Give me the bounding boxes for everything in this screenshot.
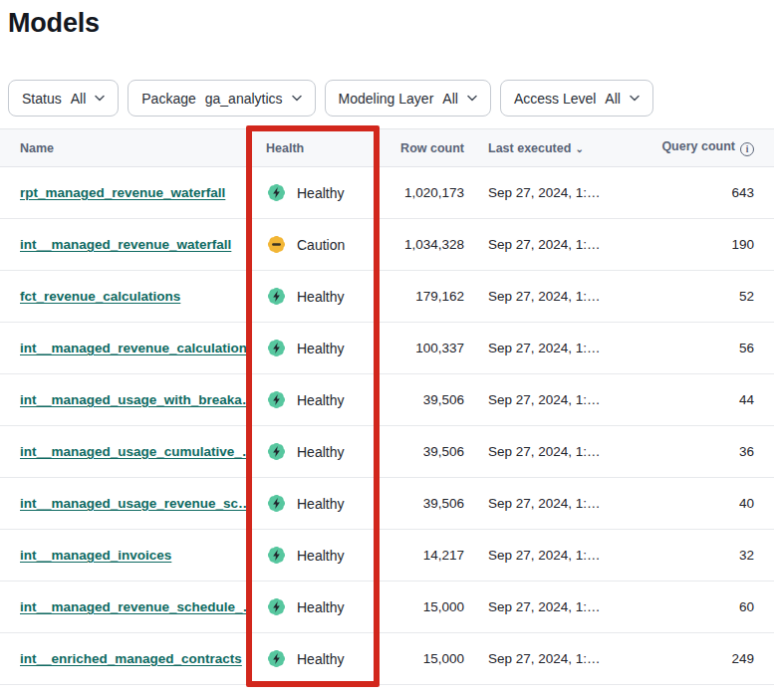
- access-level-filter[interactable]: Access Level All: [500, 80, 653, 117]
- package-filter[interactable]: Package ga_analytics: [128, 80, 315, 117]
- package-filter-value: ga_analytics: [205, 91, 283, 107]
- health-badge-icon: [266, 545, 287, 566]
- model-name-link[interactable]: int__managed_revenue_schedule_…: [20, 599, 247, 614]
- last-executed-header-label: Last executed: [488, 141, 571, 155]
- access-level-filter-value: All: [605, 91, 621, 107]
- table-body: rpt_managed_revenue_waterfall Healthy 1,…: [0, 167, 774, 685]
- model-name-link[interactable]: int__enriched_managed_contracts: [20, 651, 242, 666]
- query-count-cell: 32: [638, 530, 774, 582]
- last-executed-cell: Sep 27, 2024, 1:…: [464, 478, 638, 530]
- table-row: int__managed_usage_revenue_sc… Healthy 3…: [0, 478, 774, 530]
- modeling-layer-filter[interactable]: Modeling Layer All: [325, 80, 491, 117]
- table-row: rpt_managed_revenue_waterfall Healthy 1,…: [0, 167, 774, 219]
- health-status: Healthy: [266, 338, 380, 358]
- health-label: Healthy: [297, 496, 344, 512]
- row-count-cell: 15,000: [380, 633, 464, 685]
- row-count-cell: 39,506: [380, 374, 464, 426]
- health-badge-icon: [266, 648, 287, 669]
- health-badge-icon: [266, 234, 287, 255]
- row-count-cell: 1,020,173: [380, 167, 464, 219]
- last-executed-cell: Sep 27, 2024, 1:…: [464, 582, 638, 633]
- health-label: Healthy: [297, 548, 344, 564]
- health-badge-icon: [266, 493, 287, 514]
- column-header-health: Health: [247, 129, 380, 167]
- status-filter[interactable]: Status All: [8, 80, 119, 117]
- model-name-link[interactable]: int__managed_invoices: [20, 548, 171, 563]
- last-executed-cell: Sep 27, 2024, 1:…: [464, 633, 638, 685]
- table-row: int__managed_usage_with_breaka… Healthy …: [0, 374, 774, 426]
- package-filter-label: Package: [141, 91, 195, 107]
- query-count-cell: 36: [638, 426, 774, 478]
- health-badge-icon: [266, 286, 287, 307]
- health-status: Healthy: [266, 286, 380, 307]
- query-count-cell: 60: [638, 582, 774, 633]
- table-row: int__enriched_managed_contracts Healthy …: [0, 633, 774, 685]
- access-level-filter-label: Access Level: [514, 91, 596, 107]
- models-table-wrap: Name Health Row count Last executed⌄ Que…: [0, 128, 774, 685]
- column-header-row-count: Row count: [380, 129, 464, 167]
- health-status: Healthy: [266, 441, 380, 462]
- info-icon[interactable]: i: [740, 142, 754, 156]
- health-label: Healthy: [297, 651, 344, 667]
- last-executed-cell: Sep 27, 2024, 1:…: [464, 323, 638, 374]
- row-count-cell: 14,217: [380, 530, 464, 582]
- column-header-name: Name: [0, 129, 247, 167]
- chevron-down-icon: [292, 95, 302, 102]
- model-name-link[interactable]: int__managed_usage_revenue_sc…: [20, 496, 247, 511]
- health-badge-icon: [266, 389, 287, 410]
- health-status: Caution: [266, 234, 380, 255]
- health-status: Healthy: [266, 493, 380, 514]
- model-name-link[interactable]: int__managed_revenue_calculations: [20, 341, 247, 355]
- row-count-cell: 15,000: [380, 582, 464, 633]
- table-row: fct_revenue_calculations Healthy 179,162…: [0, 271, 774, 323]
- models-table: Name Health Row count Last executed⌄ Que…: [0, 128, 774, 685]
- health-status: Healthy: [266, 596, 380, 617]
- table-row: int__managed_revenue_schedule_… Healthy …: [0, 582, 774, 633]
- modeling-layer-filter-value: All: [442, 91, 458, 107]
- column-header-last-executed[interactable]: Last executed⌄: [464, 129, 638, 167]
- last-executed-cell: Sep 27, 2024, 1:…: [464, 219, 638, 271]
- last-executed-cell: Sep 27, 2024, 1:…: [464, 426, 638, 478]
- model-name-link[interactable]: rpt_managed_revenue_waterfall: [20, 185, 225, 200]
- health-label: Healthy: [297, 289, 344, 305]
- model-name-link[interactable]: int__managed_usage_cumulative_…: [20, 444, 247, 459]
- chevron-down-icon: [95, 95, 105, 102]
- table-row: int__managed_invoices Healthy 14,217 Sep…: [0, 530, 774, 582]
- query-count-cell: 40: [638, 478, 774, 530]
- row-count-cell: 39,506: [380, 426, 464, 478]
- page-title: Models: [0, 0, 774, 39]
- health-label: Healthy: [297, 341, 344, 356]
- health-label: Healthy: [297, 392, 344, 408]
- query-count-cell: 249: [638, 633, 774, 685]
- models-page: Models Status All Package ga_analytics M…: [0, 0, 774, 700]
- health-badge-icon: [266, 441, 287, 462]
- health-status: Healthy: [266, 389, 380, 410]
- model-name-link[interactable]: fct_revenue_calculations: [20, 289, 180, 304]
- health-badge-icon: [266, 596, 287, 617]
- health-label: Healthy: [297, 444, 344, 460]
- query-count-cell: 44: [638, 374, 774, 426]
- model-name-link[interactable]: int__managed_usage_with_breaka…: [20, 392, 247, 407]
- health-label: Caution: [297, 237, 345, 253]
- chevron-down-icon: [467, 95, 477, 102]
- health-label: Healthy: [297, 599, 344, 615]
- column-header-query-count: Query counti: [638, 129, 774, 167]
- health-label: Healthy: [297, 185, 344, 201]
- row-count-cell: 100,337: [380, 323, 464, 374]
- filter-bar: Status All Package ga_analytics Modeling…: [8, 80, 774, 117]
- table-row: int__managed_revenue_waterfall Caution 1…: [0, 219, 774, 271]
- query-count-header-label: Query count: [661, 139, 735, 153]
- query-count-cell: 643: [638, 167, 774, 219]
- last-executed-cell: Sep 27, 2024, 1:…: [464, 374, 638, 426]
- last-executed-cell: Sep 27, 2024, 1:…: [464, 167, 638, 219]
- query-count-cell: 56: [638, 323, 774, 374]
- query-count-cell: 190: [638, 219, 774, 271]
- status-filter-value: All: [71, 91, 87, 107]
- query-count-cell: 52: [638, 271, 774, 323]
- model-name-link[interactable]: int__managed_revenue_waterfall: [20, 237, 231, 252]
- table-row: int__managed_usage_cumulative_… Healthy …: [0, 426, 774, 478]
- health-status: Healthy: [266, 648, 380, 669]
- health-status: Healthy: [266, 182, 380, 203]
- table-row: int__managed_revenue_calculations Health…: [0, 323, 774, 374]
- sort-chevron-down-icon[interactable]: ⌄: [575, 143, 583, 154]
